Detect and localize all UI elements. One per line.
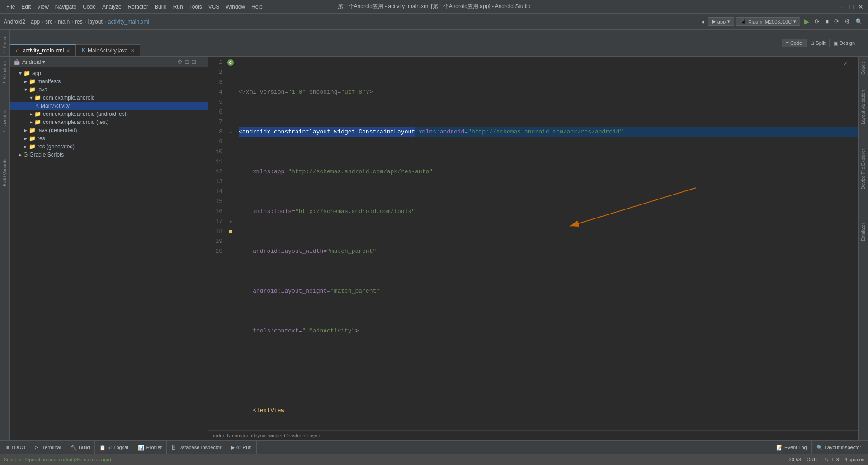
status-time: 20:53 [789, 457, 802, 462]
terminal-panel-button[interactable]: >_ Terminal [30, 441, 66, 454]
status-crlf[interactable]: CRLF [807, 457, 820, 462]
build-variants-icon[interactable]: Build Variants [1, 156, 8, 189]
device-file-explorer-icon[interactable]: Device File Explorer [860, 146, 867, 192]
run-panel-button[interactable]: ▶ 4: Run [226, 441, 257, 454]
search-button[interactable]: 🔍 [854, 17, 864, 26]
project-panel-icon[interactable]: 1: Project [1, 32, 8, 56]
tree-hide-icon[interactable]: — [198, 58, 204, 65]
status-charset[interactable]: UTF-8 [825, 457, 839, 462]
menu-help[interactable]: Help [249, 3, 265, 11]
menu-code[interactable]: Code [80, 3, 99, 11]
tree-item-test[interactable]: ▸ 📁 com.example.android (test) [10, 118, 208, 126]
menu-bar[interactable]: File Edit View Navigate Code Analyze Ref… [4, 3, 265, 11]
close-tab-mainactivity[interactable]: ✕ [131, 48, 134, 53]
code-line-7: tools:context=".MainActivity"> [239, 326, 858, 336]
folder-icon: 📁 [29, 135, 36, 142]
tab-label-mainactivity: MainActivity.java [88, 47, 127, 54]
maximize-button[interactable]: □ [848, 3, 855, 10]
tree-label-res-generated: res (generated) [38, 143, 75, 150]
bc-app[interactable]: app [31, 19, 40, 25]
database-inspector-button[interactable]: 🗄 Database Inspector [167, 441, 226, 454]
breadcrumb: Android2 › app › src › main › res › layo… [4, 19, 149, 25]
sync-button[interactable]: ⟳ [832, 17, 841, 26]
menu-navigate[interactable]: Navigate [52, 3, 79, 11]
rerun-button[interactable]: ⟳ [813, 17, 821, 26]
profiler-panel-button[interactable]: 📊 Profiler [133, 441, 167, 454]
view-split-tab[interactable]: ⊟ Split [806, 39, 829, 47]
tree-item-res-generated[interactable]: ▸ 📁 res (generated) [10, 142, 208, 151]
gradle-panel-icon[interactable]: Gradle [860, 58, 867, 77]
code-content[interactable]: <?xml version="1.0" encoding="utf-8"?> <… [235, 57, 858, 430]
folder-expand-icon: ▸ [30, 111, 33, 117]
tree-item-gradle-scripts[interactable]: ▸ G Gradle Scripts [10, 151, 208, 159]
main-toolbar: Android2 › app › src › main › res › layo… [0, 14, 868, 30]
layout-inspector-button[interactable]: 🔍 Layout Inspector [812, 441, 866, 454]
fold-end-marker-icon[interactable]: ▾ [226, 217, 235, 227]
menu-window[interactable]: Window [223, 3, 248, 11]
tree-settings-icon[interactable]: ⚙ [177, 58, 183, 65]
tab-mainactivity-java[interactable]: K MainActivity.java ✕ [76, 44, 140, 56]
favorites-panel-icon[interactable]: 2: Favorites [1, 107, 8, 136]
bc-layout[interactable]: layout [88, 19, 103, 25]
bc-main[interactable]: main [58, 19, 70, 25]
fold-marker-icon[interactable]: ▾ [226, 127, 235, 137]
folder-expand-icon: ▾ [24, 86, 27, 93]
event-log-label: Event Log [784, 445, 807, 450]
todo-panel-button[interactable]: ≡ TODO [2, 441, 30, 454]
menu-run[interactable]: Run [170, 3, 186, 11]
bc-res[interactable]: res [75, 19, 83, 25]
view-code-tab[interactable]: ≡ Code [782, 39, 806, 47]
tree-item-java-generated[interactable]: ▸ 📁 java (generated) [10, 126, 208, 134]
todo-icon: ≡ [6, 445, 9, 450]
tab-activity-main-xml[interactable]: ⚙ activity_main.xml ✕ [10, 44, 76, 56]
run-button[interactable]: ▶ [802, 17, 811, 26]
tree-item-mainactivity[interactable]: K MainActivity [10, 102, 208, 110]
event-log-button[interactable]: 📝 Event Log [772, 441, 812, 454]
tree-item-androidtest[interactable]: ▸ 📁 com.example.android (androidTest) [10, 110, 208, 118]
close-button[interactable]: ✕ [857, 3, 864, 10]
code-editor[interactable]: 1 2 3 4 5 6 7 8 9 10 11 12 13 14 15 16 1 [208, 57, 858, 430]
tree-label-androidtest: com.example.android (androidTest) [43, 111, 128, 117]
tree-collapse-icon[interactable]: ⊟ [191, 58, 196, 65]
bc-android2[interactable]: Android2 [4, 19, 25, 25]
app-config-selector[interactable]: ▶app▾ [708, 17, 734, 26]
tree-item-java[interactable]: ▾ 📁 java [10, 85, 208, 94]
bc-src[interactable]: src [45, 19, 52, 25]
build-label: Build [79, 445, 90, 450]
tree-expand-icon[interactable]: ⊞ [184, 58, 189, 65]
menu-file[interactable]: File [4, 3, 18, 11]
bc-file[interactable]: activity_main.xml [108, 19, 149, 25]
stop-button[interactable]: ■ [823, 17, 830, 26]
status-indent[interactable]: 4 spaces [844, 457, 864, 462]
title-bar: File Edit View Navigate Code Analyze Ref… [0, 0, 868, 14]
menu-analyze[interactable]: Analyze [99, 3, 124, 11]
settings-button[interactable]: ⚙ [843, 17, 852, 26]
logcat-panel-button[interactable]: 📋 6: Logcat [95, 441, 134, 454]
menu-vcs[interactable]: VCS [206, 3, 222, 11]
folder-expand-icon: ▸ [24, 143, 27, 150]
tree-item-com-example[interactable]: ▾ 📁 com.example.android [10, 94, 208, 102]
tree-item-res[interactable]: ▸ 📁 res [10, 134, 208, 142]
tree-label-mainactivity: MainActivity [41, 103, 70, 109]
build-panel-button[interactable]: 🔨 Build [66, 441, 94, 454]
back-button[interactable]: ◂ [699, 17, 706, 26]
close-tab-activity-main[interactable]: ✕ [66, 48, 70, 53]
menu-build[interactable]: Build [152, 3, 170, 11]
tree-item-app[interactable]: ▾ 📁 app [10, 69, 208, 77]
view-design-tab[interactable]: ▣ Design [830, 39, 859, 47]
menu-view[interactable]: View [34, 3, 52, 11]
layout-validation-icon[interactable]: Layout Validation [860, 87, 867, 127]
menu-tools[interactable]: Tools [187, 3, 205, 11]
tree-item-manifests[interactable]: ▸ 📁 manifests [10, 77, 208, 85]
structure-panel-icon[interactable]: 2: Structure [1, 58, 8, 87]
device-selector[interactable]: 📱Xiaomi M2006J10C▾ [736, 17, 800, 26]
menu-edit[interactable]: Edit [19, 3, 33, 11]
warning-dot-icon [229, 230, 232, 233]
database-inspector-label: Database Inspector [178, 445, 221, 450]
minimize-button[interactable]: ─ [839, 3, 846, 10]
menu-refactor[interactable]: Refactor [125, 3, 151, 11]
tool-windows-bar: ≡ TODO >_ Terminal 🔨 Build 📋 6: Logcat 📊… [0, 441, 868, 454]
emulator-panel-icon[interactable]: Emulator [860, 220, 867, 244]
tree-dropdown-icon[interactable]: ▾ [42, 59, 45, 65]
window-controls[interactable]: ─ □ ✕ [839, 3, 864, 10]
